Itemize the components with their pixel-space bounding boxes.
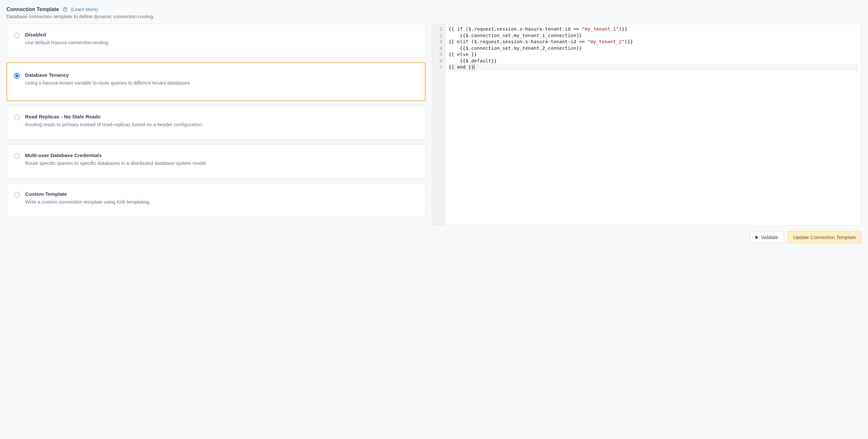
code-line[interactable]: {{ elif ($.request.session.x-hasura-tena… — [448, 39, 858, 45]
option-database-tenancy[interactable]: Database TenancyUsing x-hasura-tenant va… — [6, 62, 426, 101]
validate-button[interactable]: Validate — [750, 231, 784, 243]
section-description: Database connection template to define d… — [6, 14, 862, 19]
option-multi-user[interactable]: Multi-user Database CredentialsRoute spe… — [6, 144, 426, 178]
svg-point-1 — [65, 10, 65, 11]
option-disabled[interactable]: DisabledUse default Hasura connection ro… — [6, 24, 426, 58]
option-custom[interactable]: Custom TemplateWrite a custom connection… — [6, 183, 426, 217]
update-button-label: Update Connection Template — [793, 234, 856, 240]
radio-disabled[interactable] — [14, 32, 20, 38]
option-title: Database Tenancy — [25, 72, 418, 78]
radio-database-tenancy[interactable] — [14, 73, 20, 79]
option-description: Routing reads to primary instead of read… — [25, 122, 418, 127]
option-description: Use default Hasura connection routing. — [25, 40, 418, 45]
code-line[interactable]: {{$.default}} — [448, 58, 858, 64]
learn-more-link[interactable]: (Learn More) — [71, 7, 98, 12]
code-line[interactable]: {{$.connection_set.my_tenant_1_connectio… — [448, 32, 858, 39]
section-title: Connection Template — [6, 6, 59, 12]
code-line[interactable]: {{ if ($.request.session.x-hasura-tenant… — [448, 26, 858, 32]
option-read-replicas[interactable]: Read Replicas - No Stale ReadsRouting re… — [6, 106, 426, 140]
update-connection-template-button[interactable]: Update Connection Template — [788, 231, 862, 243]
code-editor[interactable]: 1234567 {{ if ($.request.session.x-hasur… — [432, 24, 862, 225]
option-description: Route specific queries to specific datab… — [25, 160, 418, 166]
play-icon — [755, 235, 758, 239]
code-line[interactable]: {{ else }} — [448, 51, 858, 58]
radio-custom[interactable] — [14, 192, 20, 198]
option-description: Using x-hasura-tenant variable to route … — [25, 80, 418, 86]
code-line[interactable]: {{$.connection_set.my_tenant_2_connectio… — [448, 45, 858, 52]
option-title: Disabled — [25, 32, 418, 38]
help-icon[interactable] — [62, 7, 68, 12]
options-list: DisabledUse default Hasura connection ro… — [6, 24, 426, 225]
option-description: Write a custom connection template using… — [25, 199, 418, 205]
option-title: Custom Template — [25, 191, 418, 197]
option-title: Multi-user Database Credentials — [25, 152, 418, 158]
validate-button-label: Validate — [761, 234, 778, 240]
code-line[interactable]: {{ end }} — [448, 64, 858, 70]
radio-multi-user[interactable] — [14, 153, 20, 159]
radio-read-replicas[interactable] — [14, 114, 20, 120]
option-title: Read Replicas - No Stale Reads — [25, 114, 418, 120]
